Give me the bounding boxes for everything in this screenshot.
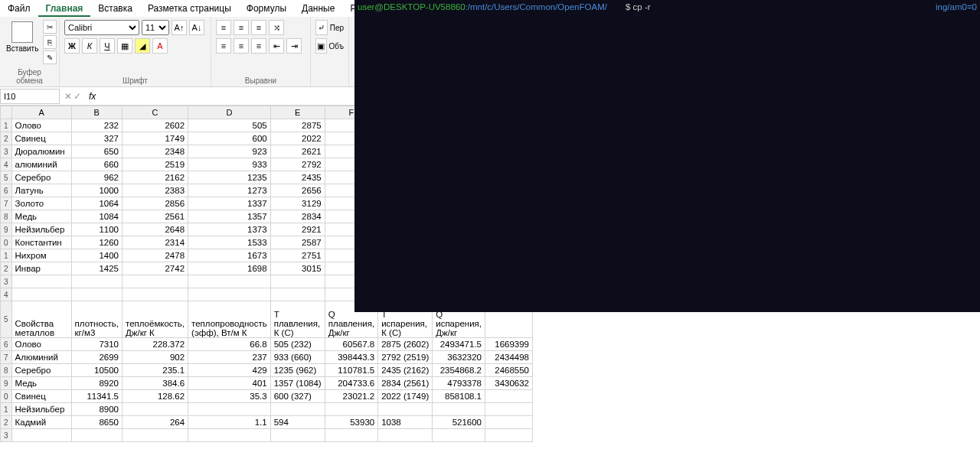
align-group-label: Выравни xyxy=(216,75,305,85)
enter-icon[interactable]: ✓ xyxy=(74,91,81,102)
col-C[interactable]: C xyxy=(122,106,188,119)
orientation-button[interactable]: ⤭ xyxy=(269,20,284,35)
table-row[interactable]: 2Кадмий86502641.1594539301038521600 xyxy=(1,416,533,429)
paste-button[interactable]: Вставить xyxy=(5,20,40,54)
table-row[interactable]: 9Медь8920384.64011357 (1084)204733.62834… xyxy=(1,377,533,390)
merge-button[interactable]: ▣ xyxy=(315,38,327,54)
align-bottom-button[interactable]: ≡ xyxy=(251,20,266,35)
menu-Данные[interactable]: Данные xyxy=(294,0,342,17)
col-A[interactable]: A xyxy=(11,106,71,119)
font-group-label: Шрифт xyxy=(64,75,206,85)
menu-Разметка страницы[interactable]: Разметка страницы xyxy=(140,0,239,17)
align-center-button[interactable]: ≡ xyxy=(234,38,249,54)
table-row[interactable]: 6Олово7310228.37266.8505 (232)60567.8287… xyxy=(1,338,533,351)
font-color-button[interactable]: A xyxy=(152,38,168,54)
fill-color-button[interactable]: ◢ xyxy=(135,38,150,54)
wrap-text-button[interactable]: ⤶ xyxy=(315,20,328,35)
copy-button[interactable]: ⎘ xyxy=(43,35,57,49)
font-size-select[interactable]: 11 xyxy=(142,20,169,35)
clipboard-group-label: Буфер обмена xyxy=(5,67,54,85)
wrap-label: Пер xyxy=(330,24,344,32)
col-B[interactable]: B xyxy=(71,106,122,119)
menu-Формулы[interactable]: Формулы xyxy=(239,0,294,17)
increase-font-button[interactable]: A↑ xyxy=(172,20,187,35)
cancel-icon[interactable]: ✕ xyxy=(64,91,72,102)
terminal-right: ing/am0=0 xyxy=(936,2,977,12)
italic-button[interactable]: К xyxy=(82,38,97,54)
align-top-button[interactable]: ≡ xyxy=(216,20,231,35)
align-left-button[interactable]: ≡ xyxy=(216,38,231,54)
terminal-cmd: $ cp -r xyxy=(626,2,977,12)
font-name-select[interactable]: Calibri xyxy=(64,20,139,35)
borders-button[interactable]: ▦ xyxy=(117,38,132,54)
decrease-font-button[interactable]: A↓ xyxy=(189,20,204,35)
table-row[interactable]: 8Серебро10500235.14291235 (962)110781.52… xyxy=(1,364,533,377)
table-row[interactable]: 3 xyxy=(1,429,533,442)
clipboard-icon xyxy=(11,21,33,43)
name-box[interactable] xyxy=(0,89,60,104)
menu-Вставка[interactable]: Вставка xyxy=(90,0,140,17)
table-row[interactable]: 7Алюминий2699902237933 (660)398443.32792… xyxy=(1,351,533,364)
underline-button[interactable]: Ч xyxy=(100,38,115,54)
align-right-button[interactable]: ≡ xyxy=(251,38,266,54)
col-D[interactable]: D xyxy=(188,106,271,119)
align-middle-button[interactable]: ≡ xyxy=(234,20,249,35)
merge-label: Объ xyxy=(329,42,344,50)
table-row[interactable]: 0Свинец11341.5128.6235.3600 (327)23021.2… xyxy=(1,390,533,403)
terminal-host: DESKTOP-UV58860 xyxy=(384,2,466,11)
terminal-user: user@ xyxy=(358,2,384,11)
terminal-window[interactable]: user@DESKTOP-UV58860:/mnt/c/Users/Common… xyxy=(354,0,980,312)
paste-label: Вставить xyxy=(6,44,38,53)
fx-icon[interactable]: fx xyxy=(86,91,99,102)
menu-Главная[interactable]: Главная xyxy=(38,0,91,17)
format-painter-button[interactable]: ✎ xyxy=(43,50,57,64)
increase-indent-button[interactable]: ⇥ xyxy=(286,38,302,54)
decrease-indent-button[interactable]: ⇤ xyxy=(269,38,284,54)
terminal-path: :/mnt/c/Users/Common/OpenFOAM/ xyxy=(466,2,607,11)
cut-button[interactable]: ✂ xyxy=(43,20,57,34)
table-row[interactable]: 1Нейзильбер8900 xyxy=(1,403,533,416)
bold-button[interactable]: Ж xyxy=(64,38,80,54)
menu-Файл[interactable]: Файл xyxy=(0,0,38,17)
col-E[interactable]: E xyxy=(270,106,325,119)
